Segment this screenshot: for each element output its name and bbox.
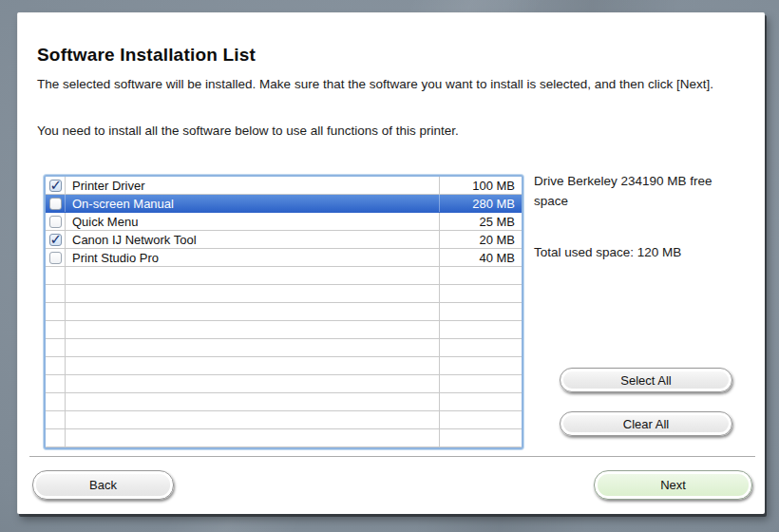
checkbox-cell — [46, 393, 66, 410]
checkbox-cell[interactable] — [46, 195, 66, 212]
total-used-space-label: Total used space: 120 MB — [534, 242, 752, 262]
list-empty-row[interactable] — [46, 321, 522, 339]
software-name: Printer Driver — [66, 177, 440, 194]
software-size: 20 MB — [440, 231, 522, 248]
clear-all-button[interactable]: Clear All — [560, 411, 732, 436]
checkbox-checked-icon[interactable] — [49, 180, 62, 192]
software-name — [66, 303, 440, 320]
list-item[interactable]: Print Studio Pro40 MB — [46, 249, 522, 267]
software-size — [440, 267, 522, 284]
checkbox-cell — [46, 357, 66, 374]
list-empty-row[interactable] — [46, 339, 522, 357]
installer-dialog: Software Installation List The selected … — [17, 12, 765, 514]
select-all-button[interactable]: Select All — [560, 368, 732, 392]
checkbox-cell — [46, 429, 66, 446]
description-secondary: You need to install all the software bel… — [37, 121, 742, 141]
back-button-label: Back — [89, 478, 117, 492]
software-size — [440, 411, 522, 428]
drive-free-space-label: Drive Berkeley 234190 MB free space — [534, 171, 735, 211]
checkbox-cell — [46, 303, 66, 320]
list-empty-row[interactable] — [46, 267, 522, 285]
software-size — [440, 339, 522, 356]
list-empty-row[interactable] — [46, 375, 522, 393]
next-button[interactable]: Next — [594, 470, 752, 500]
software-name — [66, 411, 440, 428]
footer-divider — [29, 456, 755, 457]
checkbox-cell[interactable] — [46, 231, 66, 248]
software-size: 40 MB — [440, 249, 522, 266]
software-name — [66, 285, 440, 302]
list-item[interactable]: Canon IJ Network Tool20 MB — [46, 231, 522, 249]
checkbox-checked-icon[interactable] — [49, 234, 62, 246]
software-size: 25 MB — [440, 213, 522, 230]
software-name — [66, 357, 440, 374]
list-empty-row[interactable] — [46, 303, 522, 321]
software-size — [440, 393, 522, 410]
list-empty-row[interactable] — [46, 285, 522, 303]
software-name: On-screen Manual — [66, 195, 440, 212]
software-name — [66, 393, 440, 410]
software-size: 280 MB — [440, 195, 522, 212]
installer-background: { "window": { "title": "Software Install… — [0, 0, 779, 532]
next-button-label: Next — [660, 478, 686, 492]
software-list[interactable]: Printer Driver100 MBOn-screen Manual280 … — [44, 175, 523, 449]
software-size — [440, 285, 522, 302]
software-name — [66, 429, 440, 446]
checkbox-cell[interactable] — [46, 177, 66, 194]
software-name — [66, 267, 440, 284]
software-name — [66, 339, 440, 356]
list-empty-row[interactable] — [46, 411, 522, 429]
checkbox-cell — [46, 267, 66, 284]
checkbox-cell — [46, 321, 66, 338]
software-size — [440, 303, 522, 320]
checkbox-unchecked-icon[interactable] — [49, 252, 62, 264]
software-name: Quick Menu — [66, 213, 440, 230]
software-name — [66, 375, 440, 392]
software-size — [440, 429, 522, 446]
list-empty-row[interactable] — [46, 429, 522, 447]
list-item[interactable]: On-screen Manual280 MB — [46, 195, 522, 213]
software-size — [440, 357, 522, 374]
clear-all-button-label: Clear All — [623, 417, 669, 431]
checkbox-cell[interactable] — [46, 249, 66, 266]
software-name: Canon IJ Network Tool — [66, 231, 440, 248]
software-name — [66, 321, 440, 338]
checkbox-unchecked-icon[interactable] — [49, 216, 62, 228]
list-item[interactable]: Quick Menu25 MB — [46, 213, 522, 231]
software-size — [440, 321, 522, 338]
checkbox-unchecked-icon[interactable] — [49, 198, 62, 210]
checkbox-cell[interactable] — [46, 213, 66, 230]
checkbox-cell — [46, 285, 66, 302]
list-item[interactable]: Printer Driver100 MB — [46, 177, 522, 195]
checkbox-cell — [46, 411, 66, 428]
software-size: 100 MB — [440, 177, 522, 194]
software-size — [440, 375, 522, 392]
page-title: Software Installation List — [37, 45, 256, 66]
select-all-button-label: Select All — [620, 373, 671, 388]
back-button[interactable]: Back — [32, 470, 174, 500]
software-name: Print Studio Pro — [66, 249, 440, 266]
list-empty-row[interactable] — [46, 357, 522, 375]
list-empty-row[interactable] — [46, 393, 522, 411]
description-primary: The selected software will be installed.… — [37, 74, 742, 94]
checkbox-cell — [46, 375, 66, 392]
checkbox-cell — [46, 339, 66, 356]
